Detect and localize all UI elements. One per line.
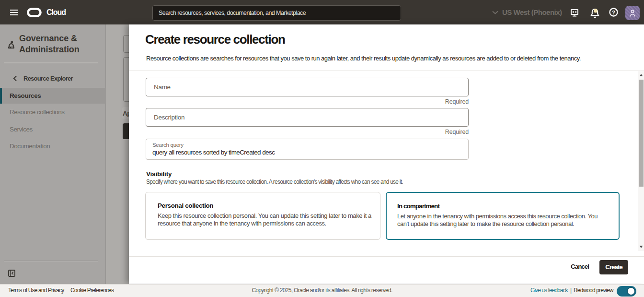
svg-text:?: ? xyxy=(612,10,615,15)
